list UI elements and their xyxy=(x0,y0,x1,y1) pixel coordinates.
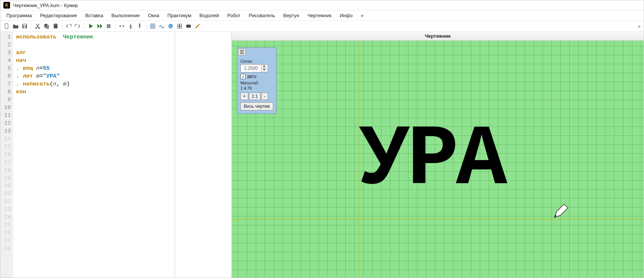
actor-6-icon[interactable] xyxy=(193,22,202,30)
line-number: 13 xyxy=(2,127,11,135)
menu-водолей[interactable]: Водолей xyxy=(196,11,223,20)
svg-rect-23 xyxy=(186,25,191,28)
line-number: 4 xyxy=(2,57,11,65)
line-number: 25 xyxy=(2,221,11,229)
left-pane: 1234567891011121314151617181920212223242… xyxy=(0,32,232,278)
svg-point-15 xyxy=(139,24,140,25)
cut-icon[interactable] xyxy=(34,22,42,30)
pencil-icon xyxy=(552,203,569,220)
paste-icon[interactable] xyxy=(52,22,60,30)
main-split: 1234567891011121314151617181920212223242… xyxy=(0,32,644,278)
code-line[interactable]: . лит m="УРА" xyxy=(16,72,172,80)
grid-spinner[interactable]: ▲ ▼ xyxy=(240,64,268,72)
menu-редактирование[interactable]: Редактирование xyxy=(36,11,81,20)
grid-value-input[interactable] xyxy=(241,65,261,72)
run-step-icon[interactable] xyxy=(96,22,104,30)
drawer-title: Чертежник xyxy=(232,32,644,41)
line-number: 28 xyxy=(2,245,11,253)
line-number: 26 xyxy=(2,229,11,237)
toolbar xyxy=(0,21,204,31)
x-axis xyxy=(232,219,644,219)
run-icon[interactable] xyxy=(87,22,95,30)
svg-point-25 xyxy=(189,26,190,26)
code-line[interactable]: алг xyxy=(16,49,172,57)
line-number: 17 xyxy=(2,159,11,166)
line-number: 6 xyxy=(2,72,11,80)
line-number: 15 xyxy=(2,143,11,151)
app-icon: К xyxy=(3,2,10,9)
code-line[interactable] xyxy=(16,41,172,49)
window-title: Чертежник_УРА.kum - Кумир xyxy=(13,3,78,8)
code-line[interactable]: . вещ n=55 xyxy=(16,65,172,72)
svg-rect-3 xyxy=(23,24,26,26)
undo-icon[interactable] xyxy=(65,22,73,30)
line-number: 27 xyxy=(2,237,11,245)
code-line[interactable]: нач xyxy=(16,57,172,65)
canvas-wrap: УРА Сетка: xyxy=(232,41,644,278)
line-number: 5 xyxy=(2,65,11,72)
svg-rect-1 xyxy=(5,24,8,28)
open-file-icon[interactable] xyxy=(12,22,20,30)
line-number: 11 xyxy=(2,112,11,119)
line-number: 7 xyxy=(2,80,11,88)
scale-label: Масштаб: xyxy=(240,81,273,85)
menu-рисователь[interactable]: Рисователь xyxy=(245,11,279,20)
svg-point-13 xyxy=(122,25,124,27)
code-editor[interactable]: использовать Чертежникалгнач. вещ n=55. … xyxy=(13,32,175,278)
auto-checkbox[interactable]: ✓ xyxy=(240,74,246,79)
toolbar-overflow[interactable]: » xyxy=(638,24,644,29)
actor-4-icon[interactable] xyxy=(175,22,184,30)
line-number: 14 xyxy=(2,135,11,143)
copy-icon[interactable] xyxy=(43,22,51,30)
actor-2-icon[interactable] xyxy=(158,22,166,30)
actor-5-icon[interactable] xyxy=(184,22,193,30)
menu-робот[interactable]: Робот xyxy=(224,11,245,20)
new-file-icon[interactable] xyxy=(3,22,11,30)
menu-практикум[interactable]: Практикум xyxy=(164,11,195,20)
line-number: 10 xyxy=(2,104,11,112)
svg-rect-19 xyxy=(178,24,179,26)
line-number: 24 xyxy=(2,213,11,221)
canvas-control-panel: Сетка: ▲ ▼ ✓ авто Масштаб: xyxy=(237,47,277,114)
grid-spin-down[interactable]: ▼ xyxy=(261,68,267,72)
zoom-reset-button[interactable]: 1:1 xyxy=(249,93,261,100)
menu-программа[interactable]: Программа xyxy=(3,11,35,20)
step-out-icon[interactable] xyxy=(136,22,144,30)
code-line[interactable]: . написать(n, m) xyxy=(16,80,172,88)
drawn-text: УРА xyxy=(359,118,504,203)
titlebar: К Чертежник_УРА.kum - Кумир xyxy=(0,0,644,10)
menu-чертежник[interactable]: Чертежник xyxy=(304,11,335,20)
line-number: 19 xyxy=(2,174,11,182)
fit-drawing-button[interactable]: Весь чертеж xyxy=(240,102,273,110)
menu-»[interactable]: » xyxy=(357,11,367,20)
code-line[interactable]: использовать Чертежник xyxy=(16,33,172,41)
menu-инфо[interactable]: Инфо xyxy=(336,11,356,20)
toolbar-row: » xyxy=(0,21,644,32)
svg-point-12 xyxy=(119,25,121,27)
auto-label: авто xyxy=(247,74,256,79)
menu-вставка[interactable]: Вставка xyxy=(81,11,107,20)
editor-column: 1234567891011121314151617181920212223242… xyxy=(0,32,175,278)
line-gutter: 1234567891011121314151617181920212223242… xyxy=(0,32,13,278)
line-number: 3 xyxy=(2,49,11,57)
side-panel xyxy=(175,32,231,278)
svg-rect-8 xyxy=(46,25,49,29)
zoom-out-button[interactable]: - xyxy=(261,93,268,100)
redo-icon[interactable] xyxy=(74,22,82,30)
line-number: 12 xyxy=(2,119,11,127)
menu-вертун[interactable]: Вертун xyxy=(280,11,303,20)
actor-3-icon[interactable] xyxy=(167,22,175,30)
line-number: 8 xyxy=(2,88,11,96)
menu-окна[interactable]: Окна xyxy=(144,11,163,20)
code-line[interactable]: кон xyxy=(16,88,172,96)
line-number: 22 xyxy=(2,198,11,206)
stop-icon[interactable] xyxy=(105,22,113,30)
actor-1-icon[interactable] xyxy=(149,22,157,30)
step-into-icon[interactable] xyxy=(127,22,135,30)
svg-rect-16 xyxy=(150,24,155,28)
panel-toggle-button[interactable] xyxy=(238,49,246,55)
step-over-icon[interactable] xyxy=(118,22,126,30)
zoom-in-button[interactable]: + xyxy=(240,93,248,100)
save-icon[interactable] xyxy=(21,22,29,30)
menu-выполнение[interactable]: Выполнение xyxy=(108,11,143,20)
